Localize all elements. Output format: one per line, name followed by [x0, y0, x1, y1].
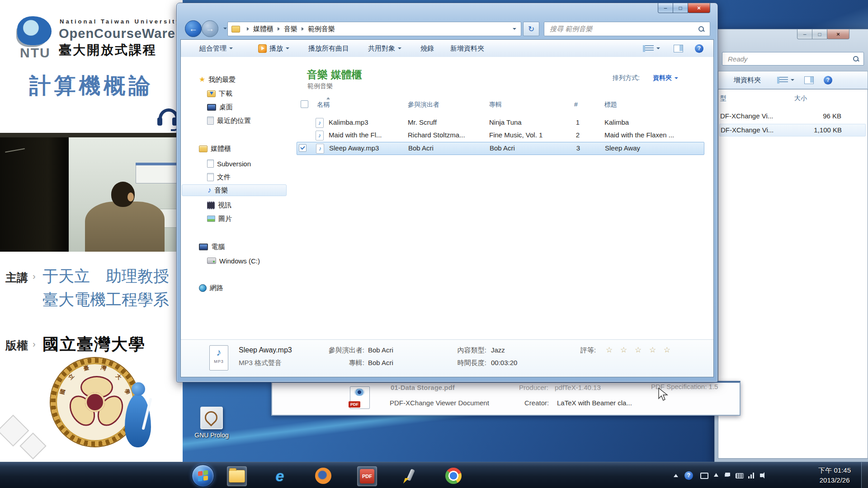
taskbar-explorer-button[interactable]: [227, 466, 247, 486]
computer-icon: [199, 244, 208, 250]
column-header-title[interactable]: 標題: [604, 101, 617, 109]
tray-help-icon[interactable]: ?: [684, 471, 693, 480]
new-folder-button[interactable]: 增資料夾: [734, 76, 761, 84]
play-button[interactable]: 播放: [252, 42, 295, 54]
views-dropdown-icon[interactable]: [791, 79, 794, 81]
show-hidden-icons-button[interactable]: [674, 474, 678, 477]
breadcrumb-libraries[interactable]: 媒體櫃: [253, 25, 274, 33]
seal-flower-core: [85, 392, 105, 412]
share-button[interactable]: 共用對象: [362, 42, 407, 54]
arrange-by-label: 排列方式:: [613, 74, 640, 82]
preview-pane-icon[interactable]: [674, 45, 683, 52]
sidebar-item-documents[interactable]: 文件: [207, 172, 231, 183]
taskbar-utility-button[interactable]: [401, 466, 420, 485]
sidebar-item-videos[interactable]: 視訊: [207, 200, 231, 211]
sidebar-item-pictures[interactable]: 圖片: [207, 213, 232, 224]
select-all-checkbox[interactable]: [301, 100, 308, 108]
minimize-button[interactable]: –: [797, 29, 812, 39]
search-input[interactable]: 搜尋 範例音樂: [544, 22, 710, 36]
show-desktop-button[interactable]: [861, 462, 868, 488]
tray-eject-icon[interactable]: [712, 472, 720, 479]
arrange-by-value[interactable]: 資料夾: [653, 74, 678, 82]
refresh-button[interactable]: ↻: [523, 22, 539, 36]
views-icon[interactable]: [777, 77, 788, 84]
help-icon[interactable]: ?: [695, 44, 703, 53]
ntu-globe-logo-icon: [17, 16, 52, 45]
column-header-type[interactable]: 型: [720, 94, 726, 103]
pdf-file-name: 01-Data Storage.pdf: [391, 384, 455, 391]
sidebar-item-favorites[interactable]: ★ 我的最愛: [199, 74, 236, 85]
address-bar[interactable]: 媒體櫃 音樂 範例音樂: [227, 22, 521, 36]
sidebar-item-subversion[interactable]: Subversion: [207, 158, 251, 169]
desktop-icon-gnu-prolog[interactable]: GNU Prolog: [187, 407, 236, 439]
taskbar-ie-button[interactable]: e: [270, 466, 289, 485]
column-header-size[interactable]: 大小: [794, 94, 807, 103]
rating-stars[interactable]: ☆ ☆ ☆ ☆ ☆: [606, 345, 673, 355]
new-folder-button[interactable]: 新增資料夾: [444, 42, 490, 54]
table-row-maid[interactable]: ♪ Maid with the Fl... Richard Stoltzma..…: [297, 129, 703, 141]
column-header-artist[interactable]: 參與演出者: [408, 101, 439, 109]
disk-drive-icon: [207, 258, 216, 264]
sidebar-item-libraries[interactable]: 媒體櫃: [199, 143, 231, 154]
taskbar-chrome-button[interactable]: [444, 466, 463, 485]
sidebar-item-recent-places[interactable]: 最近的位置: [207, 115, 251, 126]
sidebar-item-network[interactable]: 網路: [199, 282, 223, 293]
taskbar-clock[interactable]: 下午 01:45 2013/2/26: [818, 465, 851, 485]
back-button[interactable]: ←: [185, 20, 202, 37]
windows-flag-icon: [198, 470, 208, 481]
maximize-button[interactable]: □: [812, 29, 827, 39]
close-button[interactable]: ×: [827, 29, 849, 39]
history-dropdown-icon[interactable]: [223, 28, 227, 29]
network-icon: [199, 284, 207, 292]
lecturer-department: 臺大電機工程學系: [42, 289, 169, 310]
copyright-label: 版權: [5, 338, 28, 353]
tray-network-icon[interactable]: [747, 472, 755, 479]
close-button[interactable]: ×: [688, 3, 710, 13]
minimize-button[interactable]: –: [658, 3, 673, 13]
views-icon[interactable]: [643, 45, 654, 52]
table-row[interactable]: DF-XChange Vi... 96 KB: [719, 110, 866, 122]
maximize-button[interactable]: □: [673, 3, 688, 13]
tray-display-icon[interactable]: [700, 472, 708, 479]
lecturer-body: [85, 202, 165, 252]
course-title: 計算機概論: [0, 71, 183, 100]
lecturer-label: 主講: [5, 270, 28, 285]
table-row[interactable]: DF-XChange Vi... 1,100 KB: [719, 124, 866, 136]
tray-volume-icon[interactable]: [759, 472, 767, 479]
address-dropdown-icon[interactable]: [513, 28, 516, 30]
breadcrumb-music[interactable]: 音樂: [284, 25, 297, 33]
help-icon[interactable]: ?: [824, 76, 832, 84]
sidebar-item-downloads[interactable]: 下載: [207, 88, 232, 99]
views-dropdown-icon[interactable]: [656, 47, 660, 49]
pdf-producer-value: pdfTeX-1.40.13: [555, 384, 601, 391]
tray-action-center-flag-icon[interactable]: [724, 472, 732, 479]
breadcrumb-sample-music[interactable]: 範例音樂: [308, 25, 335, 33]
background-search-input[interactable]: Ready: [722, 52, 864, 66]
sidebar-item-c-drive[interactable]: Windows (C:): [207, 255, 260, 266]
table-row-sleep-away-selected[interactable]: ♪ Sleep Away.mp3 Bob Acri Bob Acri 3 Sle…: [297, 142, 704, 155]
organize-button[interactable]: 組合管理: [193, 42, 239, 54]
column-header-track[interactable]: #: [574, 101, 578, 108]
sidebar-item-music[interactable]: ♪ 音樂: [182, 184, 287, 196]
taskbar-pdf-button[interactable]: PDF: [357, 466, 377, 486]
play-all-button[interactable]: 播放所有曲目: [302, 42, 355, 54]
music-note-icon: ♪: [208, 187, 212, 194]
library-subtitle: 範例音樂: [307, 82, 333, 90]
taskbar-firefox-button[interactable]: [314, 466, 333, 485]
table-row-kalimba[interactable]: ♪ Kalimba.mp3 Mr. Scruff Ninja Tuna 1 Ka…: [297, 117, 703, 129]
tray-input-keyboard-icon[interactable]: [736, 472, 744, 479]
row-checkbox-checked[interactable]: [299, 144, 307, 152]
preview-pane-icon[interactable]: [804, 76, 814, 84]
column-header-album[interactable]: 專輯: [489, 101, 502, 109]
sidebar-item-computer[interactable]: 電腦: [199, 241, 225, 252]
explorer-folder-icon: [229, 470, 245, 483]
audio-file-icon: ♪: [316, 118, 324, 128]
burn-button[interactable]: 燒錄: [415, 42, 440, 54]
start-button[interactable]: [192, 465, 214, 487]
forward-button[interactable]: →: [202, 20, 218, 37]
file-list-pane: 音樂 媒體櫃 範例音樂 排列方式: 資料夾 名稱 參與演出者 專輯 # 標題 ♪…: [288, 57, 713, 340]
details-pane: ♪ MP3 Sleep Away.mp3 MP3 格式聲音 參與演出者: Bob…: [181, 339, 713, 377]
column-header-name[interactable]: 名稱: [317, 101, 330, 109]
decor-blue-figure-head: [132, 382, 145, 396]
sidebar-item-desktop[interactable]: 桌面: [207, 102, 233, 113]
